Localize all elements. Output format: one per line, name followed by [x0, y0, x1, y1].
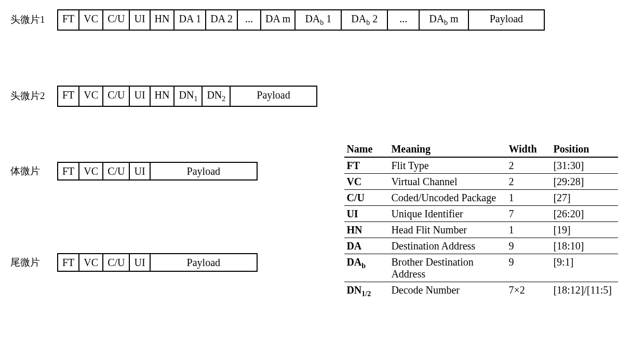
body-flit-label: 体微片 [10, 164, 57, 178]
flit-cell: DN1 [173, 87, 202, 106]
table-row: DAb Brother Destination Address 9 [9:1] [344, 254, 618, 282]
flit-cell: ... [387, 10, 419, 30]
head-flit-1-layout: FT VC C/U UI HN DA 1 DA 2 ... DA m DAb 1… [57, 9, 545, 31]
flit-cell: VC [78, 87, 102, 106]
head-flit-2-label: 头微片2 [10, 89, 57, 103]
flit-cell: C/U [102, 10, 129, 30]
flit-cell: VC [78, 254, 102, 271]
flit-cell: VC [78, 10, 102, 30]
body-flit-row: 体微片 FT VC C/U UI Payload [10, 162, 258, 181]
flit-cell: VC [78, 163, 102, 179]
flit-cell: ... [237, 10, 260, 30]
flit-cell: DAb m [419, 10, 467, 30]
flit-cell: DAb 2 [341, 10, 387, 30]
field-definition-table: Name Meaning Width Position FT Flit Type… [344, 141, 618, 300]
flit-cell: C/U [102, 254, 129, 271]
flit-cell: FT [57, 10, 78, 30]
table-row: DA Destination Address 9 [18:10] [344, 238, 618, 254]
body-flit-layout: FT VC C/U UI Payload [57, 162, 258, 181]
flit-cell: UI [129, 163, 149, 179]
flit-cell: DA 1 [173, 10, 205, 30]
head-flit-2-row: 头微片2 FT VC C/U UI HN DN1 DN2 Payload [10, 86, 634, 107]
flit-cell: FT [57, 254, 78, 271]
head-flit-2-layout: FT VC C/U UI HN DN1 DN2 Payload [57, 86, 317, 107]
table-row: C/U Coded/Uncoded Package 1 [27] [344, 189, 618, 205]
flit-cell: UI [129, 254, 149, 271]
flit-cell: UI [129, 87, 149, 106]
flit-cell: C/U [102, 163, 129, 179]
flit-cell: FT [57, 87, 78, 106]
tail-flit-layout: FT VC C/U UI Payload [57, 253, 258, 272]
col-header-position: Position [551, 141, 618, 157]
table-row: DN1/2 Decode Number 7×2 [18:12]/[11:5] [344, 282, 618, 300]
col-header-name: Name [344, 141, 389, 157]
head-flit-1-label: 头微片1 [10, 13, 57, 26]
flit-cell: Payload [230, 87, 316, 106]
flit-cell: HN [150, 87, 174, 106]
flit-cell: Payload [468, 10, 544, 30]
flit-cell: DA m [260, 10, 294, 30]
flit-cell: Payload [150, 254, 257, 271]
tail-flit-label: 尾微片 [10, 256, 57, 269]
flit-cell: DA 2 [205, 10, 237, 30]
flit-cell: HN [150, 10, 174, 30]
flit-cell: UI [129, 10, 149, 30]
table-row: VC Virtual Channel 2 [29:28] [344, 173, 618, 189]
table-row: UI Unique Identifier 7 [26:20] [344, 205, 618, 221]
col-header-width: Width [506, 141, 551, 157]
flit-cell: DN2 [202, 87, 230, 106]
col-header-meaning: Meaning [389, 141, 506, 157]
head-flit-1-row: 头微片1 FT VC C/U UI HN DA 1 DA 2 ... DA m … [10, 9, 634, 31]
table-row: FT Flit Type 2 [31:30] [344, 157, 618, 174]
tail-flit-row: 尾微片 FT VC C/U UI Payload [10, 253, 258, 272]
flit-cell: C/U [102, 87, 129, 106]
flit-cell: DAb 1 [294, 10, 341, 30]
flit-cell: FT [57, 163, 78, 179]
flit-cell: Payload [150, 163, 257, 179]
table-row: HN Head Flit Number 1 [19] [344, 221, 618, 238]
